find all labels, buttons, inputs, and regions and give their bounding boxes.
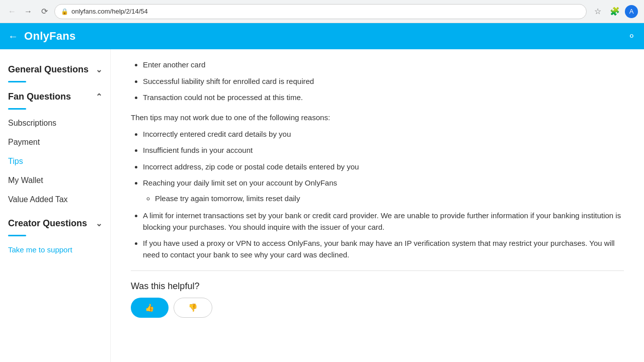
general-chevron-down-icon: ⌄ xyxy=(96,65,102,74)
main-content: Enter another card Successful liability … xyxy=(111,49,644,362)
search-icon[interactable]: ⚬ xyxy=(627,30,636,42)
sidebar-support: Take me to support xyxy=(0,240,110,259)
sidebar-section-fan: Fan Questions ⌃ Subscriptions Payment Ti… xyxy=(0,86,110,209)
general-underline xyxy=(8,81,26,82)
creator-underline xyxy=(8,235,26,236)
site-header: ← OnlyFans ⚬ xyxy=(0,23,644,49)
list-item: Reaching your daily limit set on your ac… xyxy=(143,177,624,204)
helpful-label: Was this helpful? xyxy=(131,281,624,292)
support-link[interactable]: Take me to support xyxy=(8,245,72,254)
sidebar-item-tips[interactable]: Tips xyxy=(0,152,110,171)
sidebar-item-my-wallet[interactable]: My Wallet xyxy=(0,171,110,190)
reload-button[interactable]: ⟳ xyxy=(38,6,50,18)
header-left: ← OnlyFans xyxy=(8,30,76,43)
address-bar[interactable]: 🔒 onlyfans.com/help/2/14/54 xyxy=(54,4,587,19)
fan-questions-label: Fan Questions xyxy=(8,92,71,102)
page-layout: General Questions ⌄ Fan Questions ⌃ Subs… xyxy=(0,49,644,362)
list-item: Incorrectly entered credit card details … xyxy=(143,129,624,140)
browser-actions: ☆ 🧩 A xyxy=(591,5,638,19)
creator-questions-header[interactable]: Creator Questions ⌄ xyxy=(0,213,110,234)
content-divider xyxy=(131,270,624,271)
list-item: If you have used a proxy or VPN to acces… xyxy=(143,238,624,260)
fan-questions-header[interactable]: Fan Questions ⌃ xyxy=(0,86,110,107)
sidebar-item-value-added-tax[interactable]: Value Added Tax xyxy=(0,190,110,209)
top-bullets-list: Enter another card Successful liability … xyxy=(131,59,624,104)
helpful-yes-button[interactable]: 👍 xyxy=(131,298,169,318)
bookmark-button[interactable]: ☆ xyxy=(591,5,605,19)
browser-chrome: ← → ⟳ 🔒 onlyfans.com/help/2/14/54 ☆ 🧩 A xyxy=(0,0,644,23)
forward-button[interactable]: → xyxy=(22,6,34,18)
url-text: onlyfans.com/help/2/14/54 xyxy=(71,8,148,15)
list-item: A limit for internet transactions set by… xyxy=(143,210,624,233)
sidebar-section-general: General Questions ⌄ xyxy=(0,59,110,82)
sidebar: General Questions ⌄ Fan Questions ⌃ Subs… xyxy=(0,49,111,362)
list-item: Please try again tomorrow, limits reset … xyxy=(155,193,624,205)
helpful-section: Was this helpful? 👍 👎 xyxy=(131,281,624,318)
sub-bullets-list: Please try again tomorrow, limits reset … xyxy=(143,193,624,205)
sidebar-item-payment[interactable]: Payment xyxy=(0,133,110,152)
sidebar-item-subscriptions[interactable]: Subscriptions xyxy=(0,114,110,133)
creator-questions-label: Creator Questions xyxy=(8,218,87,229)
back-button[interactable]: ← xyxy=(6,6,18,18)
fan-underline xyxy=(8,108,26,110)
fan-chevron-up-icon: ⌃ xyxy=(96,92,102,102)
account-avatar[interactable]: A xyxy=(625,5,638,18)
list-item: Incorrect address, zip code or postal co… xyxy=(143,161,624,173)
list-item: Transaction could not be processed at th… xyxy=(143,92,624,104)
extensions-button[interactable]: 🧩 xyxy=(608,5,622,19)
helpful-buttons: 👍 👎 xyxy=(131,298,624,318)
lock-icon: 🔒 xyxy=(61,8,68,15)
creator-chevron-down-icon: ⌄ xyxy=(96,219,102,228)
header-back-button[interactable]: ← xyxy=(8,31,18,42)
general-questions-header[interactable]: General Questions ⌄ xyxy=(0,59,110,80)
site-logo: OnlyFans xyxy=(24,30,76,43)
list-item: Enter another card xyxy=(143,59,624,71)
general-questions-label: General Questions xyxy=(8,64,89,75)
reasons-list: Incorrectly entered credit card details … xyxy=(131,129,624,261)
intro-text: Then tips may not work due to one of the… xyxy=(131,112,624,124)
helpful-no-button[interactable]: 👎 xyxy=(174,298,212,318)
sidebar-section-creator: Creator Questions ⌄ xyxy=(0,213,110,236)
list-item: Successful liability shift for enrolled … xyxy=(143,76,624,87)
list-item: Insufficient funds in your account xyxy=(143,145,624,156)
